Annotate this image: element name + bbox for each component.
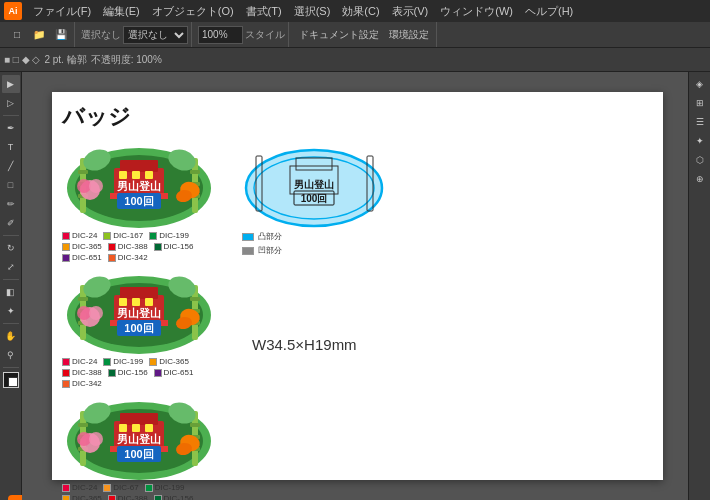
line-tool[interactable]: ╱ (2, 157, 20, 175)
svg-point-81 (77, 432, 91, 446)
open-btn[interactable]: 📁 (29, 25, 49, 45)
panel-btn-2[interactable]: ⊞ (691, 94, 709, 112)
b3-swatch-dic365 (149, 358, 157, 366)
b4-swatch-dic365 (62, 495, 70, 501)
badge-1-svg: 男山登山 100回 (62, 138, 217, 228)
rotate-tool[interactable]: ↻ (2, 239, 20, 257)
svg-text:男山登山: 男山登山 (116, 307, 161, 319)
badges-row-1: 男山登山 100回 DIC-24 DIC- (62, 138, 653, 262)
doc-settings-btn[interactable]: ドキュメント設定 (295, 25, 383, 45)
legend-item-dic651: DIC-651 (62, 253, 102, 262)
rect-tool[interactable]: □ (2, 176, 20, 194)
svg-text:男山登山: 男山登山 (116, 433, 161, 445)
b3-dic156: DIC-156 (108, 368, 148, 377)
pen-tool[interactable]: ✒ (2, 119, 20, 137)
svg-text:男山登山: 男山登山 (116, 180, 161, 192)
b3-dic388: DIC-388 (62, 368, 102, 377)
fill-stroke-indicator (3, 372, 19, 388)
menu-object[interactable]: オブジェクト(O) (147, 4, 239, 19)
b4-swatch-dic67 (103, 484, 111, 492)
left-toolbox: ▶ ▷ ✒ T ╱ □ ✏ ✐ ↻ ⤢ ◧ ✦ ✋ ⚲ (0, 72, 22, 500)
zoom-input[interactable] (198, 26, 243, 44)
swatch-dic388 (108, 243, 116, 251)
b3-swatch-dic651 (154, 369, 162, 377)
b3-dic365: DIC-365 (149, 357, 189, 366)
label-dic199: DIC-199 (159, 231, 189, 240)
svg-rect-49 (190, 297, 200, 301)
tool-divider-2 (3, 235, 19, 236)
svg-point-55 (77, 306, 91, 320)
svg-text:100回: 100回 (124, 448, 153, 460)
label-concave: 凹部分 (258, 245, 282, 256)
zoom-tool[interactable]: ⚲ (2, 346, 20, 364)
brush-tool[interactable]: ✏ (2, 195, 20, 213)
toolbar-main: □ 📁 💾 選択なし 選択なし スタイル ドキュメント設定 環境設定 (0, 22, 710, 48)
swatch-dic167 (103, 232, 111, 240)
b4-dic156: DIC-156 (154, 494, 194, 500)
b3-dic24: DIC-24 (62, 357, 97, 366)
panel-btn-6[interactable]: ⊕ (691, 170, 709, 188)
save-btn[interactable]: 💾 (51, 25, 71, 45)
panel-btn-4[interactable]: ✦ (691, 132, 709, 150)
direct-select-tool[interactable]: ▷ (2, 94, 20, 112)
svg-rect-69 (145, 424, 153, 432)
menu-effect[interactable]: 効果(C) (337, 4, 384, 19)
svg-rect-43 (145, 298, 153, 306)
b4-dic365: DIC-365 (62, 494, 102, 500)
menu-file[interactable]: ファイル(F) (28, 4, 96, 19)
svg-rect-6 (132, 171, 140, 179)
svg-text:100回: 100回 (301, 193, 328, 204)
right-panel: ◈ ⊞ ☰ ✦ ⬡ ⊕ (688, 72, 710, 500)
size-label: W34.5×H19mm (252, 336, 357, 353)
scale-tool[interactable]: ⤢ (2, 258, 20, 276)
svg-rect-7 (145, 171, 153, 179)
svg-rect-68 (132, 424, 140, 432)
artboard: バッジ (52, 92, 663, 480)
style-label: スタイル (245, 28, 285, 42)
eyedropper-tool[interactable]: ✦ (2, 302, 20, 320)
menu-select[interactable]: 選択(S) (289, 4, 336, 19)
b3-swatch-dic24 (62, 358, 70, 366)
toolbar2-info: ■ □ ◆ ◇ (4, 54, 40, 65)
menu-type[interactable]: 書式(T) (241, 4, 287, 19)
legend-item-dic167: DIC-167 (103, 231, 143, 240)
menu-window[interactable]: ウィンドウ(W) (435, 4, 518, 19)
b3-dic342: DIC-342 (62, 379, 102, 388)
artboard-content: バッジ (52, 92, 663, 480)
badge-1-legend: DIC-24 DIC-167 DIC-199 (62, 231, 222, 262)
menu-view[interactable]: 表示(V) (387, 4, 434, 19)
select-tool[interactable]: ▶ (2, 75, 20, 93)
badge-2-svg: 男山登山 100回 (242, 138, 387, 228)
svg-rect-75 (190, 423, 200, 427)
b3-dic199: DIC-199 (103, 357, 143, 366)
menu-edit[interactable]: 編集(E) (98, 4, 145, 19)
swatch-convex (242, 233, 254, 241)
svg-rect-71 (78, 423, 88, 427)
badge-2-legend: 凸部分 凹部分 (242, 231, 282, 256)
panel-btn-1[interactable]: ◈ (691, 75, 709, 93)
label-dic651: DIC-651 (72, 253, 102, 262)
toolbar-stroke: 選択なし 選択なし (78, 22, 192, 47)
type-tool[interactable]: T (2, 138, 20, 156)
b4-swatch-dic24 (62, 484, 70, 492)
label-dic24: DIC-24 (72, 231, 97, 240)
hand-tool[interactable]: ✋ (2, 327, 20, 345)
badge-3-legend: DIC-24 DIC-199 DIC-365 (62, 357, 222, 388)
label-dic365: DIC-365 (72, 242, 102, 251)
panel-btn-3[interactable]: ☰ (691, 113, 709, 131)
badge-4-legend: DIC-24 DIC-67 DIC-199 (62, 483, 222, 500)
badges-row-3: 男山登山 100回 DIC-24 DIC-67 (62, 392, 653, 500)
tool-divider-5 (3, 367, 19, 368)
gradient-tool[interactable]: ◧ (2, 283, 20, 301)
canvas-area[interactable]: バッジ (22, 72, 688, 500)
panel-btn-5[interactable]: ⬡ (691, 151, 709, 169)
badges-row-2: 男山登山 100回 DIC-24 DIC-199 (62, 266, 653, 388)
svg-rect-65 (120, 413, 158, 425)
stroke-select[interactable]: 選択なし (123, 26, 188, 44)
new-btn[interactable]: □ (7, 25, 27, 45)
menu-help[interactable]: ヘルプ(H) (520, 4, 578, 19)
pencil-tool[interactable]: ✐ (2, 214, 20, 232)
legend-item-dic342: DIC-342 (108, 253, 148, 262)
toolbar-doc: ドキュメント設定 環境設定 (292, 22, 437, 47)
pref-btn[interactable]: 環境設定 (385, 25, 433, 45)
